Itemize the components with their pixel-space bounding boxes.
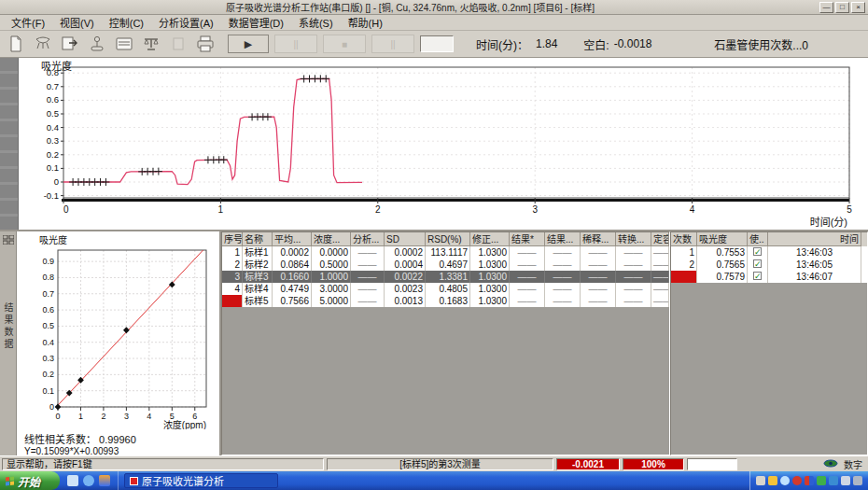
column-header[interactable]: 序号: [222, 232, 243, 246]
table-cell[interactable]: 1.0300: [470, 259, 510, 271]
column-header[interactable]: 吸光度: [697, 232, 748, 246]
table-cell[interactable]: 113.1117: [426, 246, 470, 259]
network-tray-icon[interactable]: [829, 476, 838, 485]
media-player-icon[interactable]: [99, 475, 110, 486]
column-header[interactable]: 使..: [748, 232, 768, 246]
balance-button[interactable]: [139, 33, 163, 55]
menu-item[interactable]: 帮助(H): [341, 14, 390, 31]
run-cell[interactable]: 13:46:07: [768, 271, 861, 283]
table-cell[interactable]: ——: [351, 295, 385, 307]
table-cell[interactable]: ——: [581, 271, 616, 283]
table-cell[interactable]: 0.0002: [273, 246, 312, 259]
column-header[interactable]: 结果...: [545, 232, 581, 246]
table-cell[interactable]: ——: [581, 259, 616, 271]
run-cell[interactable]: [671, 271, 697, 283]
table-cell[interactable]: 1.0300: [470, 271, 510, 283]
run-cell[interactable]: ✓: [748, 246, 768, 259]
table-cell[interactable]: 3.0000: [312, 283, 351, 295]
table-cell[interactable]: 3: [222, 271, 243, 283]
start-button[interactable]: 开始: [0, 471, 60, 490]
run-cell[interactable]: ✓: [748, 271, 768, 283]
column-header[interactable]: 结果*: [510, 232, 545, 246]
table-cell[interactable]: ——: [351, 271, 385, 283]
column-header[interactable]: 次数: [671, 232, 697, 246]
table-cell[interactable]: ——: [545, 295, 581, 307]
table-row[interactable]: 2标样20.08640.5000——0.00040.46971.0300————…: [222, 259, 669, 271]
restore-button[interactable]: □: [835, 2, 849, 13]
show-desktop-icon[interactable]: [67, 475, 78, 486]
run-cell[interactable]: ✓: [748, 259, 768, 271]
signal-side-toolbar[interactable]: [0, 58, 19, 230]
table-row[interactable]: 1标样10.00020.0000——0.0002113.11171.0300——…: [222, 246, 669, 259]
column-header[interactable]: 修正...: [470, 232, 510, 246]
column-header[interactable]: 浓度...: [312, 232, 351, 246]
run-row[interactable]: 0.7579✓13:46:07: [671, 271, 867, 283]
run-cell[interactable]: 13:46:03: [768, 246, 861, 259]
table-cell[interactable]: 标样5: [243, 295, 273, 307]
column-header[interactable]: 定容...: [651, 232, 669, 246]
table-cell[interactable]: 0.0002: [385, 246, 426, 259]
table-cell[interactable]: 0.4805: [426, 283, 470, 295]
table-cell[interactable]: ——: [616, 295, 651, 307]
table-cell[interactable]: 0.0023: [385, 283, 426, 295]
table-cell[interactable]: ——: [616, 271, 651, 283]
menu-item[interactable]: 控制(C): [102, 14, 151, 31]
run-cell[interactable]: 0.7553: [697, 246, 748, 259]
table-cell[interactable]: ——: [651, 271, 669, 283]
table-cell[interactable]: 0.0000: [312, 246, 351, 259]
table-cell[interactable]: 1.3381: [426, 271, 470, 283]
table-cell[interactable]: ——: [545, 271, 581, 283]
table-cell[interactable]: ——: [545, 283, 581, 295]
taskbar-app-button[interactable]: 原子吸收光谱分析: [124, 473, 278, 488]
table-cell[interactable]: 标样4: [243, 283, 273, 295]
table-cell[interactable]: [222, 295, 243, 307]
results-side-toolbar[interactable]: 结果数据: [0, 231, 17, 455]
menu-item[interactable]: 系统(S): [291, 14, 341, 31]
table-cell[interactable]: 标样1: [243, 246, 273, 259]
parameters-button[interactable]: [112, 33, 136, 55]
table-cell[interactable]: ——: [651, 259, 669, 271]
table-cell[interactable]: ——: [351, 259, 385, 271]
use-checkbox[interactable]: ✓: [753, 247, 762, 256]
menu-item[interactable]: 数据管理(D): [221, 14, 291, 31]
help-tray-icon[interactable]: [768, 476, 777, 485]
column-header[interactable]: SD: [385, 232, 426, 246]
antivirus-tray-icon[interactable]: [792, 476, 802, 485]
table-cell[interactable]: 0.0864: [273, 259, 312, 271]
table-cell[interactable]: ——: [581, 283, 616, 295]
table-cell[interactable]: ——: [616, 246, 651, 259]
run-cell[interactable]: 0.7579: [697, 271, 748, 283]
table-cell[interactable]: ——: [616, 283, 651, 295]
print-button[interactable]: [193, 33, 217, 55]
table-cell[interactable]: 1.0300: [470, 295, 510, 307]
table-cell[interactable]: ——: [545, 246, 581, 259]
table-cell[interactable]: 0.5000: [312, 259, 351, 271]
table-cell[interactable]: 0.7566: [273, 295, 312, 307]
minimize-button[interactable]: —: [819, 2, 833, 13]
run-cell[interactable]: 1: [671, 246, 697, 259]
table-cell[interactable]: ——: [510, 283, 545, 295]
table-cell[interactable]: 1.0300: [470, 246, 510, 259]
table-row[interactable]: 标样50.75665.0000——0.00130.16831.0300—————…: [222, 295, 669, 307]
table-cell[interactable]: 0.0022: [385, 271, 426, 283]
table-cell[interactable]: ——: [510, 295, 545, 307]
table-cell[interactable]: 4: [222, 283, 243, 295]
messenger-tray-icon[interactable]: [780, 476, 790, 485]
column-header[interactable]: 分析...: [351, 232, 385, 246]
column-header[interactable]: 平均...: [273, 232, 312, 246]
table-cell[interactable]: 0.1660: [273, 271, 312, 283]
table-cell[interactable]: 1.0300: [470, 283, 510, 295]
run-cell[interactable]: 0.7565: [697, 259, 748, 271]
table-cell[interactable]: ——: [651, 295, 669, 307]
table-cell[interactable]: ——: [351, 246, 385, 259]
table-cell[interactable]: ——: [581, 246, 616, 259]
table-cell[interactable]: ——: [351, 283, 385, 295]
table-cell[interactable]: 0.0004: [385, 259, 426, 271]
run-row[interactable]: 20.7565✓13:46:05: [671, 259, 867, 271]
export-button[interactable]: [58, 33, 82, 55]
table-cell[interactable]: 1: [222, 246, 243, 259]
table-cell[interactable]: 5.0000: [312, 295, 351, 307]
menu-item[interactable]: 分析设置(A): [151, 14, 221, 31]
table-cell[interactable]: 0.4697: [426, 259, 470, 271]
menu-item[interactable]: 视图(V): [52, 14, 102, 31]
